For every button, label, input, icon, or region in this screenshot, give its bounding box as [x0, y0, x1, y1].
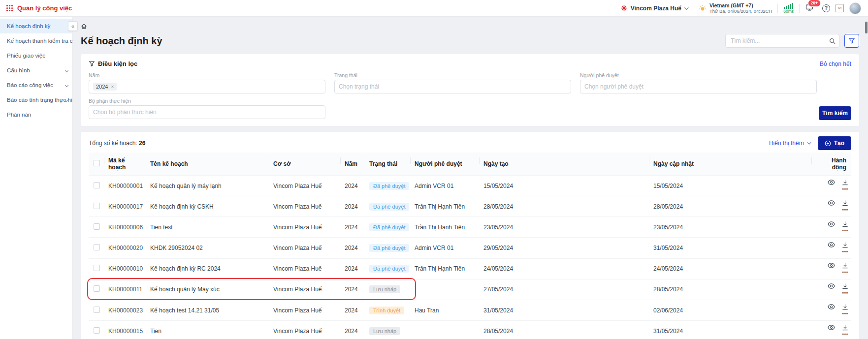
- column-header-created: Ngày tạo: [480, 153, 649, 176]
- sidebar-item-cau-hinh[interactable]: Cấu hình: [0, 63, 72, 78]
- language-switcher[interactable]: VI: [836, 4, 844, 12]
- site-selector[interactable]: Vincom Plaza Huế: [620, 4, 687, 12]
- row-checkbox[interactable]: [94, 265, 100, 271]
- status-badge: Lưu nháp: [369, 285, 400, 293]
- download-icon[interactable]: [842, 283, 848, 289]
- row-checkbox[interactable]: [94, 307, 100, 313]
- download-icon[interactable]: [842, 304, 848, 310]
- more-actions-icon[interactable]: [842, 331, 848, 338]
- row-checkbox[interactable]: [94, 203, 100, 209]
- row-checkbox[interactable]: [94, 223, 100, 230]
- row-checkbox[interactable]: [94, 327, 100, 334]
- status-select[interactable]: Chọn trạng thái: [334, 80, 571, 93]
- notification-badge: 20+: [808, 0, 821, 7]
- app-launcher-icon[interactable]: [6, 4, 13, 12]
- filter-search-button[interactable]: Tìm kiếm: [819, 106, 851, 120]
- sidebar-item-phan-nan[interactable]: Phàn nàn: [0, 107, 72, 122]
- row-checkbox[interactable]: [94, 244, 100, 250]
- view-icon[interactable]: [828, 242, 835, 248]
- plan-approver: [411, 279, 480, 300]
- more-actions-icon[interactable]: [842, 290, 848, 297]
- more-actions-icon[interactable]: [842, 186, 848, 193]
- view-icon[interactable]: [828, 283, 835, 289]
- plan-updated-date: 28/05/2024: [649, 196, 812, 217]
- help-icon[interactable]: [822, 4, 830, 12]
- plan-site: Vincom Plaza Huế: [269, 176, 341, 196]
- search-icon[interactable]: [829, 37, 836, 46]
- table-row[interactable]: KH00000011 Kế hoạch quản lý Máy xúc Vinc…: [89, 279, 851, 300]
- filter-button[interactable]: [844, 34, 859, 48]
- chevron-down-icon: [807, 140, 811, 144]
- plan-year: 2024: [341, 176, 365, 196]
- user-avatar[interactable]: [849, 2, 861, 14]
- plan-approver: Admin VCR 01: [411, 238, 480, 258]
- view-icon[interactable]: [828, 324, 835, 331]
- sidebar-collapse-button[interactable]: [68, 21, 78, 31]
- scrollbar-thumb[interactable]: [865, 22, 868, 33]
- plan-year: 2024: [341, 300, 365, 320]
- app-title: Quản lý công việc: [17, 4, 72, 12]
- row-checkbox[interactable]: [94, 285, 100, 292]
- home-icon[interactable]: [81, 23, 87, 30]
- plan-created-date: 31/05/2024: [480, 300, 649, 320]
- view-icon[interactable]: [828, 262, 835, 269]
- table-row[interactable]: KH00000017 Kế hoạch định kỳ CSKH Vincom …: [89, 196, 851, 217]
- sidebar-item-ke-hoach-dinh-ky[interactable]: Kế hoạch định kỳ: [0, 19, 72, 33]
- view-icon[interactable]: [828, 221, 835, 227]
- download-icon[interactable]: [842, 179, 848, 185]
- plan-name: Kế hoạch định kỳ RC 2024: [146, 258, 269, 279]
- year-tag: 2024: [93, 83, 117, 91]
- create-button[interactable]: Tạo: [818, 136, 851, 150]
- breadcrumb: [81, 21, 859, 31]
- sidebar-item-bao-cao-cong-viec[interactable]: Báo cáo công việc: [0, 78, 72, 92]
- sidebar-item-bao-cao-tinh-trang[interactable]: Báo cáo tình trạng thực hiện: [0, 92, 72, 107]
- more-actions-icon[interactable]: [842, 227, 848, 234]
- table-row[interactable]: KH00000010 Kế hoạch định kỳ RC 2024 Vinc…: [89, 258, 851, 279]
- top-header: Quản lý công việc Vincom Plaza Huế Vietn…: [0, 0, 868, 17]
- table-row[interactable]: KH00000006 Tien test Vincom Plaza Huế 20…: [89, 217, 851, 238]
- download-icon[interactable]: [842, 324, 848, 331]
- approver-select[interactable]: Chọn người phê duyệt: [580, 80, 817, 93]
- view-icon[interactable]: [828, 200, 835, 206]
- department-select[interactable]: Chọn bộ phận thực hiện: [89, 105, 325, 119]
- view-icon[interactable]: [828, 179, 835, 185]
- table-row[interactable]: KH00000015 Tien Vincom Plaza Huế 2024 Lư…: [89, 321, 851, 339]
- table-row[interactable]: KH00000020 KHDK 29052024 02 Vincom Plaza…: [89, 238, 851, 258]
- remove-tag-icon[interactable]: [111, 84, 114, 90]
- plan-approver: Trần Thị Hạnh Tiên: [411, 196, 480, 217]
- download-icon[interactable]: [842, 200, 848, 206]
- show-more-link[interactable]: Hiển thị thêm: [769, 140, 810, 147]
- sidebar-item-phieu-giao-viec[interactable]: Phiếu giao việc: [0, 48, 72, 63]
- plan-year: 2024: [341, 258, 365, 279]
- search-input[interactable]: [725, 34, 839, 48]
- table-row[interactable]: KH00000001 Kế hoạch quản lý máy lạnh Vin…: [89, 176, 851, 196]
- more-actions-icon[interactable]: [842, 207, 848, 214]
- row-checkbox[interactable]: [94, 182, 100, 188]
- vincom-logo-icon: [620, 4, 628, 12]
- plan-year: 2024: [341, 196, 365, 217]
- plan-approver: Trần Thị Hạnh Tiên: [411, 258, 480, 279]
- more-actions-icon[interactable]: [842, 269, 848, 276]
- year-select[interactable]: 2024: [89, 80, 325, 93]
- status-badge: Trình duyệt: [369, 307, 404, 314]
- download-icon[interactable]: [842, 221, 848, 227]
- view-icon[interactable]: [828, 304, 835, 310]
- sidebar-item-ke-hoach-thanh-kiem-tra[interactable]: Kế hoạch thanh kiểm tra chất...: [0, 33, 72, 48]
- plan-site: Vincom Plaza Huế: [269, 217, 341, 238]
- notifications-button[interactable]: 20+: [805, 3, 814, 13]
- more-actions-icon[interactable]: [842, 248, 848, 255]
- filter-title: Điều kiện lọc: [98, 60, 137, 67]
- download-icon[interactable]: [842, 262, 848, 269]
- column-header-updated: Ngày cập nhật: [649, 153, 812, 176]
- clear-all-link[interactable]: Bỏ chọn hết: [820, 61, 851, 67]
- plan-name: KHDK 29052024 02: [146, 238, 269, 258]
- download-icon[interactable]: [842, 242, 848, 248]
- status-badge: Đã phê duyệt: [369, 265, 409, 273]
- table-row[interactable]: KH00000023 Kế hoạch test 14.21 31/05 Vin…: [89, 300, 851, 320]
- plan-code: KH00000020: [104, 238, 146, 258]
- more-actions-icon[interactable]: [842, 310, 848, 317]
- select-all-checkbox[interactable]: [94, 160, 100, 166]
- column-header-approver: Người phê duyệt: [411, 153, 480, 176]
- plan-year: 2024: [341, 217, 365, 238]
- plan-updated-date: 24/05/2024: [649, 258, 812, 279]
